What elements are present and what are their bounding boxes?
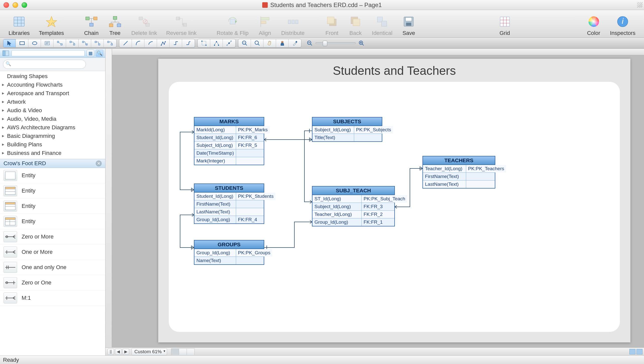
active-library-header[interactable]: Crow's Foot ERD ✕ [0,159,105,168]
identical-button[interactable]: Identical [367,10,397,37]
entity-subj-teach[interactable]: SUBJ_TEACH ST_Id(Long)PK:PK_Subj_TeachSu… [312,186,395,226]
shape-item[interactable]: Entity [0,183,105,199]
view-grid-button[interactable]: ▦ [87,50,94,57]
segment-edit-tool[interactable] [210,39,223,47]
entity-row[interactable]: ST_Id(Long)PK:PK_Subj_Teach [312,195,394,203]
page-tab-1[interactable] [171,348,179,355]
entity-row[interactable]: Name(Text) [194,257,264,264]
tree-category[interactable]: Audio, Video, Media [0,115,105,123]
shape-item[interactable]: Entity [0,199,105,214]
shape-item[interactable]: M:1 [0,290,105,306]
text-tool[interactable] [41,39,53,47]
sidebar-filter-input[interactable] [12,50,85,56]
templates-button[interactable]: Templates [34,10,68,37]
zoom-thumb[interactable] [323,41,327,46]
entity-row[interactable]: Subject_Id(Long)FK:FR_3 [312,203,394,211]
connector-round-tool[interactable] [104,39,116,47]
shape-item[interactable]: Zero or One [0,275,105,290]
reverse-link-button[interactable]: Reverse link [162,10,201,37]
tree-root[interactable]: Drawing Shapes [0,72,105,81]
entity-row[interactable]: Student_Id(Long)PK:PK_Students [194,193,264,200]
delete-link-button[interactable]: Delete link [127,10,162,37]
color-button[interactable]: Color [582,10,606,37]
close-library-button[interactable]: ✕ [96,160,102,166]
connector-bezier-tool[interactable] [79,39,91,47]
chain-button[interactable]: Chain [80,10,103,37]
entity-row[interactable]: Group_Id(Long)FK:FR_1 [312,218,394,226]
entity-row[interactable]: Subject_Id(Long)FK:FR_5 [194,142,264,149]
tree-button[interactable]: Tree [103,10,127,37]
pointer-tool[interactable] [3,39,16,47]
zoom-in-button[interactable] [358,39,365,47]
front-button[interactable]: Front [320,10,344,37]
entity-teachers[interactable]: TEACHERS Teacher_Id(Long)PK:PK_TeachersF… [422,156,495,189]
tree-category[interactable]: Artwork [0,98,105,106]
entity-subjects[interactable]: SUBJECTS Subject_Id(Long)PK:PK_SubjectsT… [312,117,382,142]
arc-line-tool[interactable] [144,39,157,47]
entity-students[interactable]: STUDENTS Student_Id(Long)PK:PK_StudentsF… [194,184,264,224]
pagebar-icon-1[interactable] [629,349,635,354]
zoom-out-button[interactable] [306,39,313,47]
shape-item[interactable]: Entity [0,168,105,183]
line-tool[interactable] [119,39,132,47]
entity-row[interactable]: LastName(Text) [194,208,264,216]
elbow-h-tool[interactable] [170,39,182,47]
connector-smart-tool[interactable] [91,39,104,47]
tree-category[interactable]: Aerospace and Transport [0,89,105,98]
entity-row[interactable]: Teacher_Id(Long)PK:PK_Teachers [423,165,495,173]
tree-category[interactable]: Building Plans [0,140,105,149]
pagebar-next-button[interactable]: ▶ [123,349,129,355]
entity-marks[interactable]: MARKS MarkId(Long)PK:PK_MarksStudent_Id(… [194,117,264,165]
page-tab-2[interactable] [179,348,187,355]
entity-row[interactable]: Title(Text) [312,134,382,141]
shape-item[interactable]: One or More [0,245,105,260]
entity-row[interactable]: Student_Id(Long)FK:FR_6 [194,134,264,142]
minimize-window-button[interactable] [13,2,18,8]
handle-edit-tool[interactable] [223,39,235,47]
grid-button[interactable]: Grid [493,10,517,37]
close-window-button[interactable] [4,2,9,8]
zoom-actual-tool[interactable]: 1:1 [238,39,251,47]
entity-row[interactable]: FirstName(Text) [194,200,264,208]
libraries-button[interactable]: Libraries [4,10,34,37]
eyedropper-tool[interactable] [289,39,301,47]
polyline-tool[interactable] [157,39,170,47]
pagebar-split-button[interactable]: || [108,349,114,355]
entity-row[interactable]: Subject_Id(Long)PK:PK_Subjects [312,126,382,134]
elbow-round-tool[interactable] [182,39,195,47]
zoom-select[interactable]: Custom 61% [132,348,167,355]
resize-handle-icon[interactable] [637,2,642,8]
tree-category[interactable]: Accounting Flowcharts [0,81,105,89]
ellipse-tool[interactable] [28,39,41,47]
entity-groups[interactable]: GROUPS Group_Id(Long)PK:PK_GroupsName(Te… [194,240,264,265]
entity-row[interactable]: FirstName(Text) [423,173,495,180]
presentation-tool[interactable] [276,39,289,47]
entity-row[interactable]: Teacher_Id(Long)FK:FR_2 [312,211,394,218]
tree-category[interactable]: Basic Diagramming [0,132,105,140]
page-tab-3[interactable] [187,348,195,355]
pagebar-icon-2[interactable] [636,349,642,354]
back-button[interactable]: Back [344,10,367,37]
shape-item[interactable]: Zero or More [0,229,105,245]
entity-row[interactable]: Group_Id(Long)FK:FR_4 [194,216,264,223]
entity-row[interactable]: Mark(Integer) [194,157,264,165]
save-button[interactable]: Save [397,10,420,37]
align-button[interactable]: Align [253,10,277,37]
zoom-track[interactable] [315,42,356,44]
entity-row[interactable]: LastName(Text) [423,180,495,188]
connector-arc-tool[interactable] [66,39,79,47]
rotate-flip-button[interactable]: Rotate & Flip [212,10,253,37]
shape-search-input[interactable] [3,60,86,69]
spline-tool[interactable] [132,39,144,47]
connector-direct-tool[interactable] [53,39,66,47]
view-search-button[interactable]: 🔍 [96,50,103,57]
entity-row[interactable]: Group_Id(Long)PK:PK_Groups [194,249,264,257]
hand-tool[interactable] [263,39,276,47]
page[interactable]: Students and Teachers [158,59,630,342]
shape-item[interactable]: One and only One [0,260,105,275]
inspectors-button[interactable]: i Inspectors [606,10,640,37]
pagebar-prev-button[interactable]: ◀ [115,349,122,355]
distribute-button[interactable]: Distribute [277,10,309,37]
shape-item[interactable]: Entity [0,214,105,229]
tree-category[interactable]: AWS Architecture Diagrams [0,123,105,132]
